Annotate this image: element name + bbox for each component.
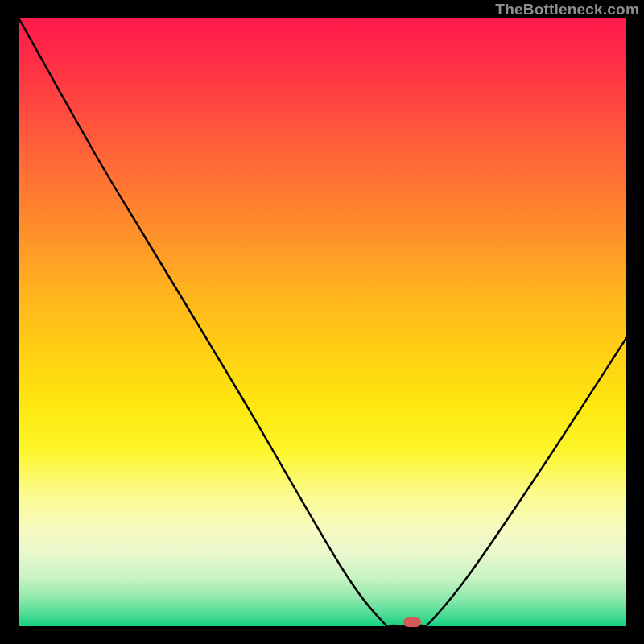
chart-curve-svg bbox=[19, 18, 626, 626]
chart-plot-area bbox=[19, 18, 626, 626]
watermark-text: TheBottleneck.com bbox=[495, 1, 639, 19]
chart-marker bbox=[403, 617, 421, 627]
chart-curve-path bbox=[19, 18, 626, 626]
chart-container: TheBottleneck.com bbox=[0, 0, 644, 644]
